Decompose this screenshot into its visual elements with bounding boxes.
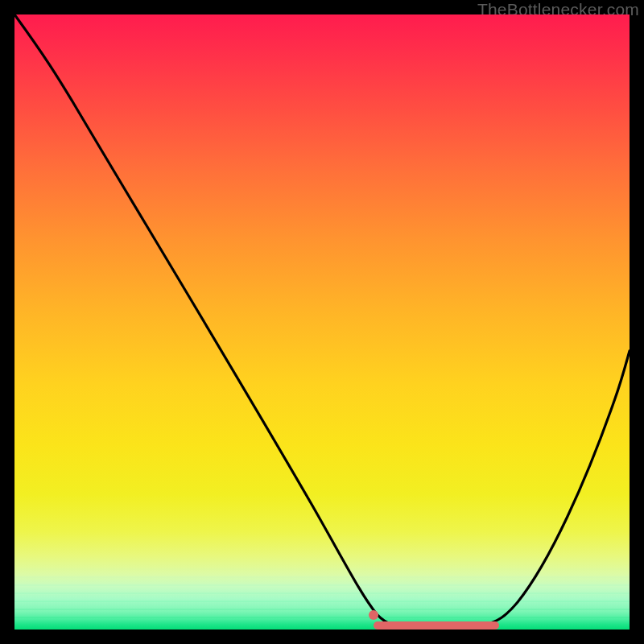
gradient-band — [14, 601, 630, 602]
gradient-band — [14, 568, 630, 570]
chart-frame — [14, 14, 630, 630]
gradient-band — [14, 576, 630, 578]
gradient-band — [14, 592, 630, 594]
flat-start-dot — [369, 610, 378, 620]
gradient-band — [14, 609, 630, 610]
gradient-band — [14, 584, 630, 586]
chart-plot-area — [14, 14, 630, 630]
gradient-background — [14, 14, 630, 630]
optimal-flat-segment — [374, 621, 499, 630]
gradient-band — [14, 617, 630, 618]
